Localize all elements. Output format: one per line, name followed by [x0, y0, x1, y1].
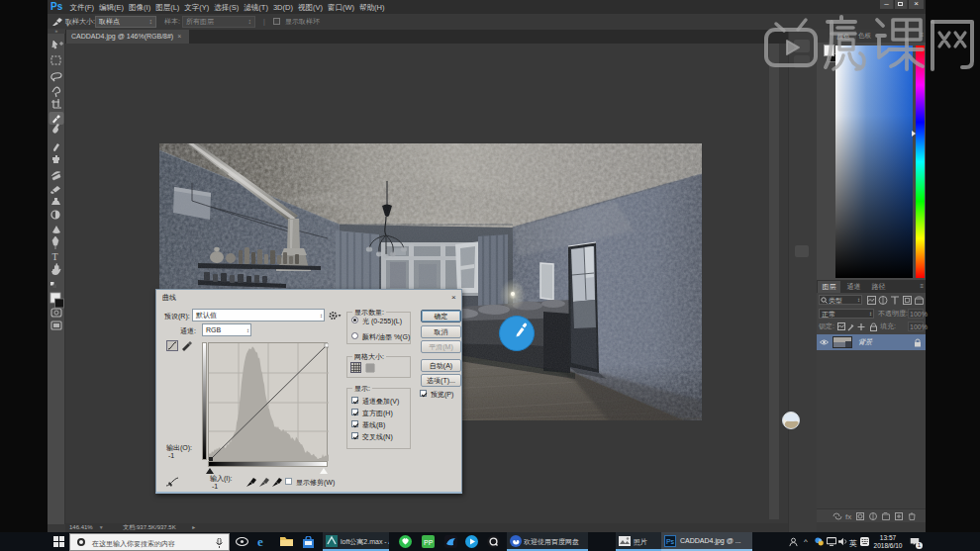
- svg-text:T: T: [52, 251, 58, 262]
- svg-text:PP: PP: [424, 539, 434, 546]
- svg-text:fx: fx: [845, 512, 851, 520]
